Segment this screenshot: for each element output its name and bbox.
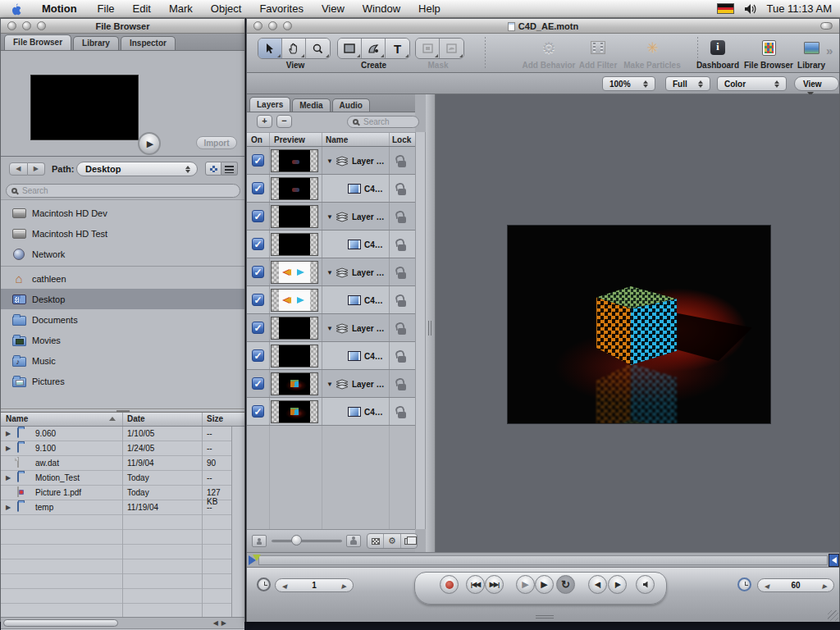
sidebar-item-macintosh-hd-test[interactable]: Macintosh HD Test bbox=[1, 223, 244, 244]
play-from-start-button[interactable]: ▶ bbox=[516, 575, 535, 594]
close-button[interactable] bbox=[7, 21, 16, 30]
divider-handle[interactable] bbox=[428, 321, 431, 336]
list-view-button[interactable] bbox=[221, 162, 238, 176]
layer-name-cell[interactable]: C4… bbox=[322, 231, 383, 258]
layer-thumbnail[interactable] bbox=[271, 317, 318, 340]
add-filter-button[interactable] bbox=[587, 37, 609, 58]
file-browser-button[interactable] bbox=[758, 37, 779, 58]
layer-name-cell[interactable]: C4… bbox=[322, 175, 383, 203]
layer-row-9[interactable]: ✓▼Layer … bbox=[247, 370, 415, 398]
file-table-header[interactable]: Name Date Size bbox=[1, 413, 244, 427]
scroll-arrows[interactable]: ◀▶ bbox=[213, 619, 230, 627]
file-table-scrollbar[interactable] bbox=[231, 427, 244, 617]
bezier-mask-tool-button[interactable] bbox=[440, 39, 463, 58]
timeline-track[interactable] bbox=[258, 555, 828, 565]
disclosure-triangle-icon[interactable]: ▶ bbox=[6, 474, 11, 482]
go-to-end-button[interactable]: ▶▶| bbox=[485, 575, 504, 594]
toolbar-overflow-chevron[interactable]: » bbox=[826, 43, 833, 57]
large-rows-button[interactable] bbox=[346, 535, 361, 547]
make-particles-button[interactable]: ✳ bbox=[641, 37, 663, 58]
layer-name-cell[interactable]: ▼Layer … bbox=[322, 314, 384, 342]
minimize-button[interactable] bbox=[22, 21, 31, 30]
disclosure-triangle-icon[interactable]: ▼ bbox=[326, 381, 333, 388]
step-back-button[interactable]: ◀| bbox=[588, 575, 607, 594]
table-row-9-060[interactable]: ▶9.0601/10/05-- bbox=[1, 427, 233, 441]
text-tool-button[interactable]: T bbox=[386, 39, 409, 58]
tab-library[interactable]: Library bbox=[73, 36, 119, 50]
panel-canvas-divider[interactable] bbox=[426, 94, 436, 552]
zoom-button[interactable] bbox=[283, 21, 292, 30]
behaviors-toggle-button[interactable]: ⚙ bbox=[384, 534, 400, 548]
decrement-arrow[interactable]: ◀ bbox=[282, 583, 286, 590]
select-tool-button[interactable] bbox=[258, 39, 282, 58]
table-row-aw-dat[interactable]: aw.dat11/9/0490 bbox=[1, 456, 233, 471]
menu-item-object[interactable]: Object bbox=[202, 0, 251, 17]
layer-name-cell[interactable]: C4… bbox=[322, 342, 383, 370]
layer-row-6[interactable]: ✓C4… bbox=[247, 286, 415, 314]
rectangle-tool-button[interactable] bbox=[338, 39, 362, 58]
layer-thumbnail[interactable] bbox=[271, 177, 318, 200]
layer-lock-toggle[interactable] bbox=[389, 342, 415, 370]
go-to-start-button[interactable]: |◀◀ bbox=[466, 575, 485, 594]
motion-titlebar[interactable]: C4D_AE.motn bbox=[247, 19, 839, 34]
decrement-arrow[interactable]: ◀ bbox=[765, 583, 769, 590]
small-rows-button[interactable] bbox=[252, 535, 267, 547]
view-menu-button[interactable]: View bbox=[794, 76, 839, 91]
minimize-button[interactable] bbox=[268, 21, 277, 30]
table-row-motion-test[interactable]: ▶Motion_TestToday-- bbox=[1, 471, 233, 486]
sidebar-item-desktop[interactable]: Desktop bbox=[1, 289, 244, 309]
layer-search-field[interactable] bbox=[347, 116, 419, 128]
icon-view-button[interactable] bbox=[205, 162, 221, 176]
path-popup[interactable]: Desktop bbox=[76, 162, 198, 176]
zoom-tool-button[interactable] bbox=[306, 39, 330, 58]
timeline-end-button[interactable] bbox=[829, 554, 839, 567]
layer-row-3[interactable]: ✓▼Layer … bbox=[247, 203, 415, 231]
layer-thumbnail[interactable] bbox=[271, 372, 318, 395]
layer-thumbnail[interactable] bbox=[271, 149, 318, 172]
sidebar-item-cathleen[interactable]: ⌂cathleen bbox=[1, 268, 244, 289]
audio-button[interactable] bbox=[636, 575, 655, 594]
tab-layers[interactable]: Layers bbox=[249, 97, 290, 112]
layer-thumbnail[interactable] bbox=[271, 289, 318, 312]
layer-row-4[interactable]: ✓C4… bbox=[247, 231, 415, 258]
disclosure-triangle-icon[interactable]: ▶ bbox=[6, 430, 11, 437]
layer-enable-checkbox[interactable]: ✓ bbox=[252, 294, 264, 306]
disclosure-triangle-icon[interactable]: ▼ bbox=[326, 213, 333, 221]
forward-button[interactable]: ▶ bbox=[28, 162, 46, 176]
layer-lock-toggle[interactable] bbox=[389, 370, 415, 398]
layer-row-5[interactable]: ✓▼Layer … bbox=[247, 258, 415, 286]
layer-row-10[interactable]: ✓C4… bbox=[247, 398, 415, 426]
menu-clock[interactable]: Tue 11:13 AM bbox=[767, 2, 833, 15]
duration-field[interactable]: ◀ 60 ▶ bbox=[757, 578, 834, 592]
layer-enable-checkbox[interactable]: ✓ bbox=[252, 238, 264, 250]
layer-enable-checkbox[interactable]: ✓ bbox=[252, 182, 264, 194]
menu-item-mark[interactable]: Mark bbox=[160, 0, 202, 17]
loop-button[interactable]: ↻ bbox=[556, 575, 575, 594]
layer-search-input[interactable] bbox=[358, 117, 418, 126]
library-button[interactable] bbox=[801, 37, 822, 58]
layers-view-button[interactable] bbox=[401, 534, 417, 548]
horizontal-scrollbar[interactable]: ◀▶ bbox=[1, 617, 244, 628]
mini-timeline[interactable] bbox=[247, 552, 839, 567]
layer-columns-header[interactable]: On Preview Name Lock ▶ bbox=[247, 132, 415, 147]
remove-layer-button[interactable]: − bbox=[276, 115, 292, 128]
drawer-grip[interactable] bbox=[536, 615, 554, 619]
play-button[interactable]: ▶ bbox=[535, 575, 554, 594]
transparency-toggle-button[interactable] bbox=[368, 534, 384, 548]
layer-name-cell[interactable]: ▼Layer … bbox=[322, 370, 384, 398]
tab-inspector[interactable]: Inspector bbox=[121, 36, 176, 50]
table-row-picture-1-pdf[interactable]: Picture 1.pdfToday127 KB bbox=[1, 486, 233, 500]
layer-row-1[interactable]: ✓▼Layer … bbox=[247, 147, 415, 175]
volume-menu[interactable] bbox=[744, 3, 757, 15]
layer-lock-toggle[interactable] bbox=[389, 258, 415, 286]
menu-item-motion[interactable]: Motion bbox=[33, 0, 89, 17]
disclosure-triangle-icon[interactable]: ▼ bbox=[326, 269, 333, 276]
row-size-slider-knob[interactable] bbox=[291, 535, 302, 546]
apple-menu[interactable] bbox=[0, 2, 33, 16]
record-button[interactable] bbox=[440, 575, 459, 594]
current-frame-field[interactable]: ◀ 1 ▶ bbox=[275, 578, 354, 592]
bezier-tool-button[interactable] bbox=[362, 39, 386, 58]
in-point-marker-icon[interactable] bbox=[253, 555, 261, 561]
layer-lock-toggle[interactable] bbox=[389, 203, 415, 231]
layer-name-cell[interactable]: ▼Layer … bbox=[322, 203, 384, 231]
